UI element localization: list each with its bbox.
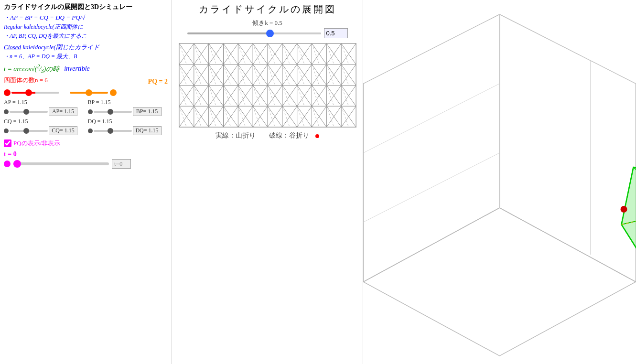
svg-marker-1 xyxy=(364,14,500,282)
pq-slider[interactable] xyxy=(70,92,108,94)
svg-marker-0 xyxy=(500,14,636,282)
kaleidocycle-shape xyxy=(622,167,636,270)
app-title: カライドサイクルの展開図と3Dシミュレー xyxy=(4,3,168,11)
dq-value: DQ= 1.15 xyxy=(133,126,162,135)
t-formula: t = arccos√(2⁄3)の時 xyxy=(4,64,59,74)
k-value-input[interactable] xyxy=(324,28,348,38)
formula-line-1: ・AP = BP = CQ = DQ = PQ/√ xyxy=(4,13,168,22)
svg-line-3 xyxy=(500,14,636,84)
cq-dot xyxy=(4,128,9,133)
cq-slider[interactable] xyxy=(10,130,48,132)
right-panel-3d: D N A M Q C B P xyxy=(363,0,636,364)
svg-line-8 xyxy=(364,153,500,222)
pq-dot xyxy=(110,89,117,96)
cq-label: CQ = 1.15 xyxy=(4,118,37,125)
t-label: t = 0 xyxy=(4,150,168,158)
bp-value: BP= 1.15 xyxy=(133,107,162,116)
t-value: t=0 xyxy=(112,159,131,169)
ap-label: AP = 1.15 xyxy=(4,99,37,106)
closed-line: Closed kaleidocycle(閉じたカライド xyxy=(4,43,168,52)
bp-label: BP = 1.15 xyxy=(88,99,121,106)
ap-dot xyxy=(4,109,9,114)
cq-value: CQ= 1.15 xyxy=(49,126,77,135)
t-slider[interactable] xyxy=(13,162,109,165)
condition-line-2: ・n = 6、AP = DQ = 最大、B xyxy=(4,53,168,61)
n-dot xyxy=(4,89,11,96)
k-label: 傾きk = 0.5 xyxy=(252,19,282,27)
dq-slider[interactable] xyxy=(94,130,132,132)
pq-checkbox-label: PQの表示/非表示 xyxy=(13,139,60,148)
dq-dot xyxy=(88,128,93,133)
regular-line: Regular kaleidocycle(正四面体に xyxy=(4,23,168,31)
closed-label: Closed xyxy=(4,43,21,51)
vertex-red-1 xyxy=(621,206,627,213)
t-dot xyxy=(4,161,11,167)
net-diagram xyxy=(179,43,356,128)
bp-slider[interactable] xyxy=(94,111,132,113)
bp-dot xyxy=(88,109,93,114)
condition-line-1: ・AP, BP, CQ, DQを最大にするこ xyxy=(4,32,168,40)
ap-slider[interactable] xyxy=(10,111,48,113)
pq-checkbox[interactable] xyxy=(4,139,11,147)
middle-title: カライドサイクルの展開図 xyxy=(175,3,360,16)
red-dot-indicator xyxy=(315,134,319,138)
pq-label: PQ = 2 xyxy=(148,78,168,86)
closed-desc: kaleidocycle(閉じたカライド xyxy=(22,43,99,51)
3d-visualization: D N A M Q C B P xyxy=(363,0,636,364)
left-panel: カライドサイクルの展開図と3Dシミュレー ・AP = BP = CQ = DQ … xyxy=(0,0,172,364)
ap-value: AP= 1.15 xyxy=(49,107,77,116)
middle-panel: カライドサイクルの展開図 傾きk = 0.5 実線：山折り 破線：谷折り xyxy=(172,0,363,364)
n-slider[interactable] xyxy=(11,92,59,94)
svg-line-7 xyxy=(364,84,500,153)
invertible-label: invertible xyxy=(64,65,90,73)
dq-label: DQ = 1.15 xyxy=(88,118,121,125)
k-slider[interactable] xyxy=(187,32,321,34)
fold-labels: 実線：山折り 破線：谷折り xyxy=(175,131,360,140)
n-label: 四面体の数n = 6 xyxy=(4,76,48,85)
svg-marker-2 xyxy=(364,208,636,356)
